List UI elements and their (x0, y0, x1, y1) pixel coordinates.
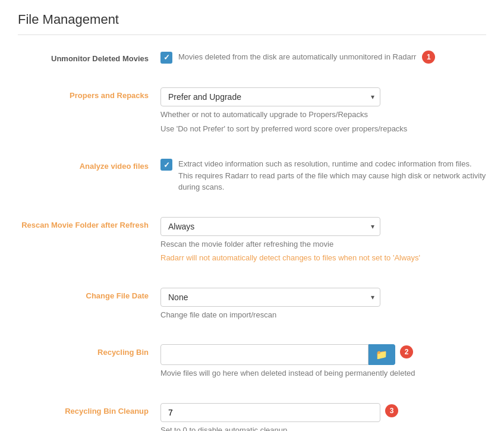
change-file-date-label: Change File Date (18, 288, 160, 300)
recycling-bin-row: Recycling Bin 📁 2 Movie files will go he… (18, 338, 486, 385)
analyze-checkbox[interactable] (160, 159, 172, 171)
unmonitor-badge: 1 (422, 51, 435, 64)
recycling-bin-cleanup-badge: 3 (385, 404, 398, 417)
rescan-row: Rescan Movie Folder after Refresh NeverA… (18, 211, 486, 270)
rescan-description: Rescan the movie folder after refreshing… (160, 238, 486, 250)
unmonitor-label: Unmonitor Deleted Movies (18, 51, 160, 63)
recycling-bin-input[interactable] (160, 344, 368, 365)
change-file-date-row: Change File Date NoneIn Cinemas DatePhys… (18, 282, 486, 327)
page-container: File Management Unmonitor Deleted Movies… (0, 0, 504, 431)
analyze-checkbox-row: Extract video information such as resolu… (160, 158, 486, 193)
rescan-select[interactable]: NeverAfter Manual RefreshAlways (160, 217, 380, 236)
analyze-description: Extract video information such as resolu… (178, 158, 486, 193)
recycling-bin-cleanup-row: Recycling Bin Cleanup 3 Set to 0 to disa… (18, 397, 486, 432)
rescan-warning: Radarr will not automatically detect cha… (160, 252, 486, 264)
rescan-content: NeverAfter Manual RefreshAlways ▾ Rescan… (160, 217, 486, 264)
change-file-date-description: Change file date on import/rescan (160, 309, 486, 321)
analyze-content: Extract video information such as resolu… (160, 158, 486, 193)
recycling-bin-badge: 2 (400, 345, 413, 358)
propers-content: Do not PreferPrefer and UpgradeDo not Up… (160, 87, 486, 134)
recycling-bin-cleanup-label: Recycling Bin Cleanup (18, 403, 160, 416)
rescan-label: Rescan Movie Folder after Refresh (18, 217, 160, 229)
change-file-date-content: NoneIn Cinemas DatePhysical Release Date… (160, 288, 486, 321)
unmonitor-content: Movies deleted from the disk are automat… (160, 51, 486, 64)
rescan-select-wrapper: NeverAfter Manual RefreshAlways ▾ (160, 217, 380, 236)
recycling-bin-input-group: 📁 (160, 344, 395, 365)
propers-select-wrapper: Do not PreferPrefer and UpgradeDo not Up… (160, 87, 380, 106)
propers-repacks-row: Propers and Repacks Do not PreferPrefer … (18, 81, 486, 140)
unmonitor-checkbox-row: Movies deleted from the disk are automat… (160, 51, 416, 64)
propers-description2: Use 'Do not Prefer' to sort by preferred… (160, 123, 486, 135)
page-title: File Management (18, 12, 486, 35)
recycling-bin-input-row: 📁 2 (160, 344, 486, 365)
folder-icon: 📁 (376, 349, 388, 360)
recycling-bin-browse-button[interactable]: 📁 (368, 344, 395, 365)
unmonitor-checkbox[interactable] (160, 52, 172, 64)
unmonitor-description: Movies deleted from the disk are automat… (178, 51, 416, 63)
change-file-date-select[interactable]: NoneIn Cinemas DatePhysical Release Date (160, 288, 380, 307)
propers-description1: Whether or not to automatically upgrade … (160, 109, 486, 121)
recycling-bin-cleanup-input-row: 3 (160, 403, 486, 422)
recycling-bin-label: Recycling Bin (18, 344, 160, 357)
recycling-bin-content: 📁 2 Movie files will go here when delete… (160, 344, 486, 379)
recycling-bin-cleanup-input[interactable] (160, 403, 380, 422)
recycling-bin-cleanup-content: 3 Set to 0 to disable automatic cleanup … (160, 403, 486, 432)
unmonitor-inline: Movies deleted from the disk are automat… (160, 51, 486, 64)
propers-select[interactable]: Do not PreferPrefer and UpgradeDo not Up… (160, 87, 380, 106)
unmonitor-deleted-movies-row: Unmonitor Deleted Movies Movies deleted … (18, 45, 486, 70)
recycling-bin-description: Movie files will go here when deleted in… (160, 367, 486, 379)
propers-label: Propers and Repacks (18, 87, 160, 100)
analyze-label: Analyze video files (18, 158, 160, 171)
change-file-date-select-wrapper: NoneIn Cinemas DatePhysical Release Date… (160, 288, 380, 307)
analyze-video-row: Analyze video files Extract video inform… (18, 152, 486, 199)
recycling-bin-cleanup-description: Set to 0 to disable automatic cleanup (160, 424, 486, 432)
